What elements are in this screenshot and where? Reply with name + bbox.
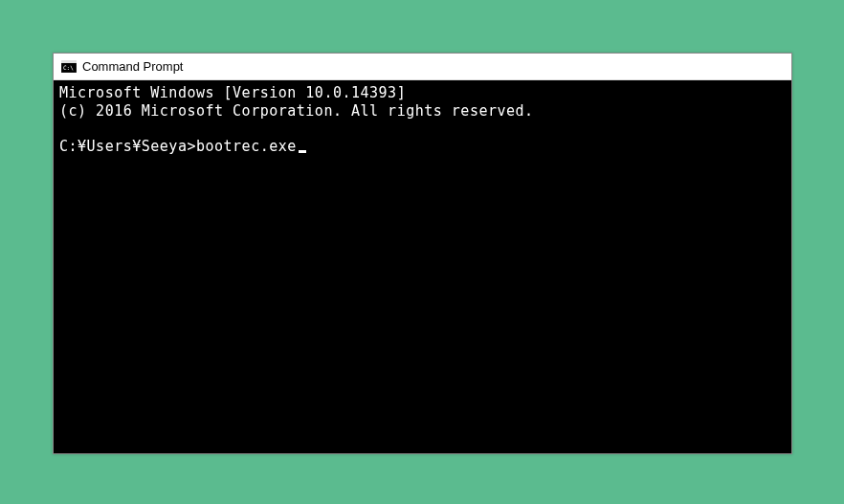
- window-title: Command Prompt: [82, 59, 183, 74]
- prompt-line: C:¥Users¥Seeya>bootrec.exe: [59, 138, 786, 156]
- terminal-line-copyright: (c) 2016 Microsoft Corporation. All righ…: [59, 102, 786, 121]
- blank-line: [59, 121, 786, 138]
- cursor: [299, 150, 306, 153]
- command-prompt-window: C:\ Command Prompt Microsoft Windows [Ve…: [53, 53, 792, 454]
- terminal-line-version: Microsoft Windows [Version 10.0.14393]: [59, 84, 786, 102]
- svg-rect-1: [61, 60, 77, 63]
- cmd-icon: C:\: [61, 60, 77, 74]
- terminal-output[interactable]: Microsoft Windows [Version 10.0.14393](c…: [54, 80, 791, 453]
- title-bar[interactable]: C:\ Command Prompt: [54, 54, 791, 80]
- prompt-path: C:¥Users¥Seeya>: [59, 138, 196, 156]
- svg-text:C:\: C:\: [63, 64, 74, 71]
- command-input[interactable]: bootrec.exe: [196, 138, 297, 156]
